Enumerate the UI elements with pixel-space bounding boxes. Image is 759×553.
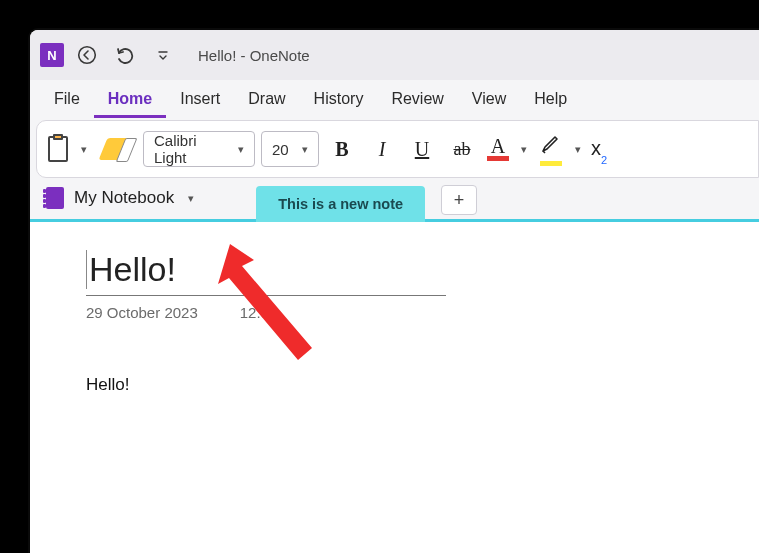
format-painter-button[interactable] [99,138,136,160]
chevron-down-icon: ▾ [184,192,198,205]
title-rule [86,295,446,296]
home-ribbon: ▾ Calibri Light ▾ 20 ▾ B I U ab A ▾ ▾ x2 [36,120,759,178]
subscript-base: x [591,137,601,159]
page-time[interactable]: 12:00 [240,304,278,321]
notebook-picker[interactable]: My Notebook ▾ [42,181,202,219]
menu-review[interactable]: Review [377,82,457,118]
highlighter-icon [539,133,563,159]
back-button[interactable] [72,40,102,70]
page-body[interactable]: Hello! [86,375,759,395]
page-meta: 29 October 2023 12:00 [86,304,759,321]
paste-dropdown[interactable]: ▾ [77,143,91,156]
menu-help[interactable]: Help [520,82,581,118]
note-page[interactable]: Hello! 29 October 2023 12:00 Hello! [30,222,759,553]
underline-button[interactable]: U [405,134,439,165]
paste-button[interactable] [45,134,71,164]
subscript-sub: 2 [601,154,607,166]
onenote-window: N Hello! - OneNote File Home Insert Draw… [28,28,759,553]
font-size-select[interactable]: 20 ▾ [261,131,319,167]
svg-point-0 [79,47,96,64]
menu-home[interactable]: Home [94,82,166,118]
font-color-dropdown[interactable]: ▾ [517,143,531,156]
chevron-down-icon: ▾ [298,143,312,156]
italic-button[interactable]: I [365,134,399,165]
onenote-app-icon: N [40,43,64,67]
window-title: Hello! - OneNote [198,47,310,64]
quick-access-dropdown[interactable] [148,40,178,70]
font-color-glyph: A [491,138,505,154]
subscript-button[interactable]: x2 [591,137,615,162]
font-color-button[interactable]: A [485,136,511,163]
strikethrough-button[interactable]: ab [445,135,479,164]
menu-history[interactable]: History [300,82,378,118]
font-name-value: Calibri Light [154,132,228,166]
notebook-tab-row: My Notebook ▾ This is a new note + [30,178,759,222]
menu-insert[interactable]: Insert [166,82,234,118]
menu-view[interactable]: View [458,82,520,118]
bold-button[interactable]: B [325,134,359,165]
page-date[interactable]: 29 October 2023 [86,304,198,321]
notebook-icon [46,187,64,209]
font-name-select[interactable]: Calibri Light ▾ [143,131,255,167]
highlight-color-swatch [540,161,562,166]
highlight-button[interactable] [537,131,565,168]
page-title-input[interactable]: Hello! [86,250,446,289]
chevron-down-icon: ▾ [234,143,248,156]
font-color-swatch [487,156,509,161]
menu-draw[interactable]: Draw [234,82,299,118]
section-tab-active[interactable]: This is a new note [256,186,425,222]
title-bar: N Hello! - OneNote [30,30,759,80]
menu-bar: File Home Insert Draw History Review Vie… [30,80,759,120]
add-section-button[interactable]: + [441,185,477,215]
notebook-name: My Notebook [74,188,174,208]
undo-button[interactable] [110,40,140,70]
font-size-value: 20 [272,141,289,158]
highlight-dropdown[interactable]: ▾ [571,143,585,156]
menu-file[interactable]: File [40,82,94,118]
